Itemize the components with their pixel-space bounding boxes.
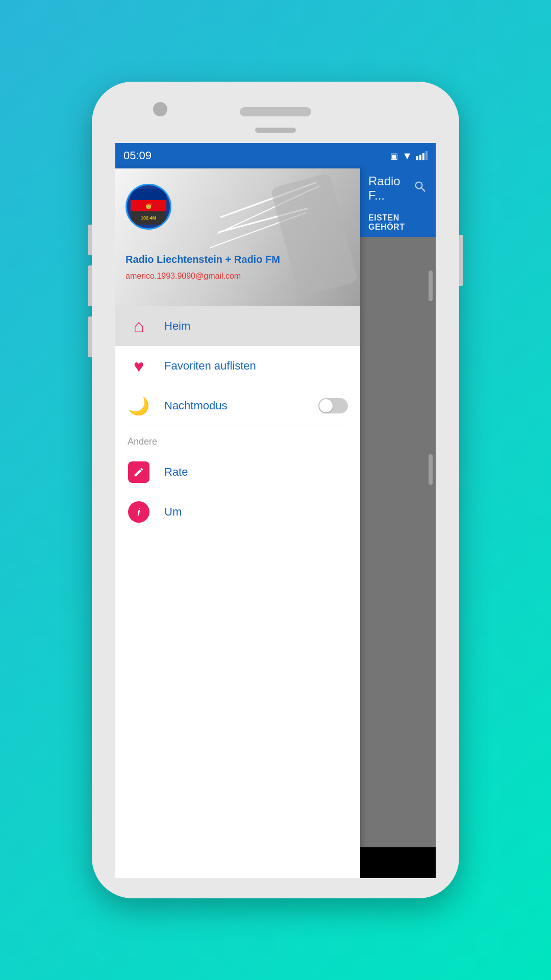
- menu-item-heim[interactable]: ⌂ Heim: [115, 306, 360, 346]
- sensor: [255, 128, 296, 133]
- power-button: [459, 235, 463, 286]
- phone-frame: 05:09 ▣ ▼: [92, 82, 459, 898]
- search-icon[interactable]: [413, 180, 428, 198]
- phone-silhouette: [270, 173, 359, 297]
- info-icon-container: i: [128, 501, 150, 523]
- logo-freq-text: 102.4M: [141, 215, 156, 220]
- volume-down-button: [88, 265, 92, 306]
- menu-item-rate[interactable]: Rate: [115, 452, 360, 492]
- rate-icon: [128, 461, 149, 483]
- sim-icon: ▣: [390, 151, 398, 161]
- menu-label-rate: Rate: [164, 465, 348, 479]
- app-body: [360, 237, 436, 878]
- scroll-indicator-1: [429, 271, 433, 301]
- signal-icon: [416, 151, 428, 160]
- menu-label-nachtmodus: Nachtmodus: [164, 399, 318, 412]
- app-tab-bar: EISTEN GEHÖRT: [360, 208, 436, 237]
- menu-item-favoriten[interactable]: ♥ Favoriten auflisten: [115, 346, 360, 386]
- logo-radio: 102.4M: [131, 211, 166, 225]
- front-camera: [153, 102, 167, 116]
- drawer-header: 👑 102.4M Radio Liechtenstein + Radio FM …: [115, 168, 360, 306]
- tab-label[interactable]: EISTEN GEHÖRT: [368, 213, 428, 232]
- toggle-knob: [319, 399, 333, 412]
- navigation-drawer: 👑 102.4M Radio Liechtenstein + Radio FM …: [115, 168, 360, 878]
- menu-label-favoriten: Favoriten auflisten: [164, 359, 348, 373]
- menu-label-heim: Heim: [164, 320, 348, 333]
- menu-item-um[interactable]: i Um: [115, 492, 360, 532]
- moon-icon: 🌙: [128, 396, 149, 416]
- info-letter: i: [137, 506, 140, 518]
- section-andere: Andere: [115, 426, 360, 452]
- speaker: [240, 107, 311, 116]
- status-icons: ▣ ▼: [390, 150, 428, 162]
- status-time: 05:09: [123, 149, 152, 162]
- volume-up-button: [88, 225, 92, 255]
- heart-icon-container: ♥: [128, 355, 150, 377]
- status-bar: 05:09 ▣ ▼: [115, 143, 436, 168]
- phone-screen: 05:09 ▣ ▼: [115, 143, 436, 878]
- silent-button: [88, 316, 92, 357]
- wifi-icon: ▼: [402, 150, 412, 162]
- svg-rect-2: [422, 153, 424, 160]
- home-icon-container: ⌂: [128, 315, 150, 337]
- heart-icon: ♥: [134, 356, 144, 376]
- svg-rect-1: [419, 155, 421, 160]
- nachtmodus-toggle[interactable]: [318, 398, 348, 413]
- logo-flag-red: 👑: [131, 200, 166, 211]
- svg-rect-0: [416, 156, 418, 160]
- screen-content: 👑 102.4M Radio Liechtenstein + Radio FM …: [115, 168, 436, 878]
- menu-item-nachtmodus[interactable]: 🌙 Nachtmodus: [115, 386, 360, 426]
- menu-label-um: Um: [164, 505, 348, 519]
- app-logo: 👑 102.4M: [126, 184, 171, 230]
- home-icon: ⌂: [133, 315, 144, 337]
- drawer-menu: ⌂ Heim ♥ Favoriten auflisten: [115, 306, 360, 878]
- pencil-icon-svg: [133, 467, 144, 478]
- drawer-app-name: Radio Liechtenstein + Radio FM: [126, 254, 280, 265]
- toolbar-title: Radio F...: [368, 174, 407, 203]
- logo-crown-icon: 👑: [145, 203, 152, 209]
- drawer-email: americo.1993.9090@gmail.com: [126, 272, 241, 281]
- app-panel: Radio F... EISTEN GEHÖRT: [360, 168, 436, 878]
- logo-inner: 👑 102.4M: [131, 189, 166, 225]
- scroll-indicator-2: [429, 454, 433, 485]
- logo-flag-blue: [131, 189, 166, 200]
- rate-icon-container: [128, 461, 150, 483]
- app-toolbar: Radio F...: [360, 168, 436, 208]
- info-icon: i: [128, 501, 149, 523]
- moon-icon-container: 🌙: [128, 395, 150, 417]
- svg-rect-3: [425, 151, 428, 160]
